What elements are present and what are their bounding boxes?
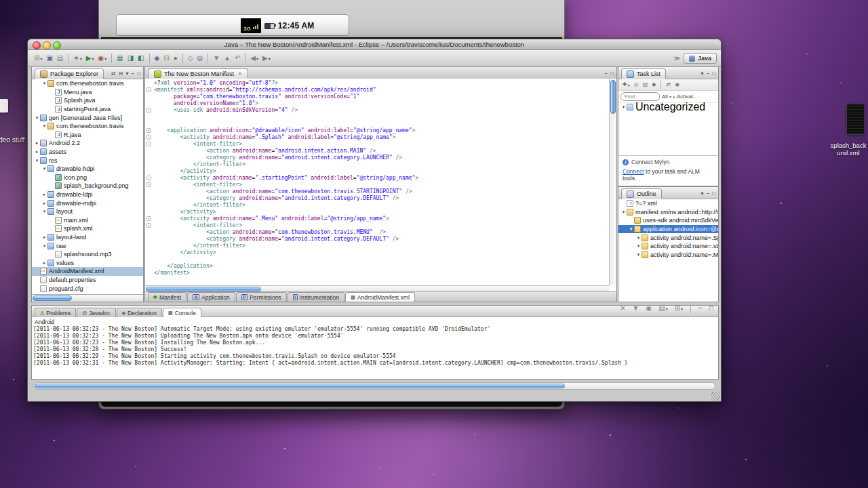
code-line[interactable]: </intent-filter> bbox=[145, 243, 609, 249]
minimize-view-button[interactable]: − bbox=[706, 70, 709, 77]
tree-item-r-java[interactable]: R.java bbox=[32, 131, 143, 140]
code-line[interactable]: </manifest> bbox=[145, 270, 609, 277]
code-line[interactable]: <category android:name="android.intent.c… bbox=[145, 195, 609, 202]
code-line[interactable]: </activity> bbox=[145, 209, 609, 216]
view-menu-button[interactable]: ▾ bbox=[701, 190, 703, 197]
tree-item-menu-java[interactable]: Menu.java bbox=[32, 88, 143, 97]
minimize-view-button[interactable]: − bbox=[131, 70, 134, 77]
tab-problems[interactable]: ⚠Problems bbox=[35, 308, 76, 317]
code-line[interactable]: - <activity android:name=".Menu" android… bbox=[145, 216, 609, 222]
minimize-view-button[interactable]: − bbox=[706, 190, 709, 197]
code-line[interactable] bbox=[145, 121, 609, 127]
view-menu-button[interactable]: ▾ bbox=[701, 70, 703, 77]
fold-marker[interactable]: - bbox=[146, 135, 151, 140]
scrollbar-thumb[interactable] bbox=[146, 287, 261, 291]
console-hscrollbar[interactable] bbox=[33, 382, 715, 390]
code-line[interactable] bbox=[145, 114, 609, 121]
clear-console-button[interactable]: ✕ bbox=[618, 302, 627, 314]
manifest-tab-androidmanifest-xml[interactable]: ▤AndroidManifest.xml bbox=[345, 292, 415, 302]
window-zoom-button[interactable] bbox=[53, 41, 61, 49]
code-line[interactable]: <?xml version="1.0" encoding="utf-8"?> bbox=[145, 80, 609, 87]
new-java-project-button[interactable]: ◆ bbox=[153, 52, 161, 64]
code-line[interactable]: - <intent-filter> bbox=[145, 182, 609, 188]
tree-item-proguard-cfg[interactable]: proguard.cfg bbox=[32, 284, 143, 293]
outline-tab[interactable]: Outline bbox=[621, 188, 662, 199]
outline-item-application-android-icon-dr[interactable]: ▾application android:icon=@dr... bbox=[618, 225, 718, 234]
tree-item-default-properties[interactable]: default.properties bbox=[32, 276, 143, 285]
new-wizard-button[interactable]: ⊞▾ bbox=[33, 52, 43, 64]
task-category-uncategorized[interactable]: ▾ Uncategorized bbox=[618, 103, 718, 112]
tree-item-androidmanifest-xml[interactable]: AndroidManifest.xml bbox=[32, 267, 143, 276]
code-line[interactable]: </intent-filter> bbox=[145, 202, 609, 209]
minimize-editor-button[interactable]: − bbox=[604, 70, 608, 77]
tree-item-raw[interactable]: ▾raw bbox=[32, 241, 143, 250]
disclosure-triangle[interactable]: ▸ bbox=[41, 260, 47, 266]
fold-marker[interactable]: - bbox=[146, 216, 151, 221]
task-find-input[interactable] bbox=[620, 92, 660, 101]
tree-item-layout[interactable]: ▾layout bbox=[32, 207, 143, 216]
maximize-view-button[interactable]: □ bbox=[712, 190, 715, 197]
outline-item-xml[interactable]: ?=? xml bbox=[618, 199, 718, 208]
java-perspective-button[interactable]: Java bbox=[684, 53, 717, 64]
code-line[interactable]: <action android:name="com.thenewboston.t… bbox=[145, 229, 609, 236]
android-sdk-manager-button[interactable]: ◨ bbox=[126, 52, 135, 64]
code-line[interactable]: -<manifest xmlns:android="http://schemas… bbox=[145, 87, 609, 94]
disclosure-triangle[interactable]: ▸ bbox=[34, 140, 40, 146]
disclosure-triangle[interactable]: ▾ bbox=[41, 243, 47, 249]
tree-item-drawable-mdpi[interactable]: ▸drawable-mdpi bbox=[32, 199, 143, 207]
tree-item-splashsound-mp3[interactable]: splashsound.mp3 bbox=[32, 250, 143, 259]
xml-code-editor[interactable]: <?xml version="1.0" encoding="utf-8"?>-<… bbox=[145, 79, 609, 285]
code-line[interactable]: <category android:name="android.intent.c… bbox=[145, 155, 609, 161]
group-by-button[interactable]: ▤ bbox=[642, 81, 650, 89]
tree-item-layout-land[interactable]: ▸layout-land bbox=[32, 233, 143, 242]
package-explorer-hscrollbar[interactable] bbox=[32, 294, 143, 302]
fold-marker[interactable]: - bbox=[146, 182, 151, 187]
manifest-tab-permissions[interactable]: PPermissions bbox=[236, 292, 287, 302]
maximize-view-button[interactable]: □ bbox=[712, 70, 715, 77]
display-selected-console-button[interactable]: ▤▾ bbox=[657, 302, 669, 314]
code-line[interactable]: </application> bbox=[145, 263, 609, 270]
disclosure-triangle[interactable]: ▾ bbox=[635, 243, 642, 249]
desktop-icon-splash-background-file[interactable] bbox=[846, 104, 865, 135]
disclosure-triangle[interactable]: ▾ bbox=[34, 115, 40, 121]
scrollbar-thumb[interactable] bbox=[33, 296, 72, 301]
minimize-view-button[interactable]: − bbox=[697, 302, 704, 314]
maximize-editor-button[interactable]: □ bbox=[610, 70, 614, 77]
outline-item-uses-sdk-android-minsdkversio[interactable]: uses-sdk android:minSdkVersio... bbox=[618, 216, 718, 225]
code-line[interactable]: </intent-filter> bbox=[145, 161, 609, 168]
filter-tasks-button[interactable]: ◆ bbox=[650, 81, 657, 89]
disclosure-triangle[interactable]: ▸ bbox=[41, 201, 47, 206]
scrollbar-thumb[interactable] bbox=[35, 384, 565, 388]
tree-item-assets[interactable]: ▸assets bbox=[32, 148, 143, 157]
code-line[interactable]: - <intent-filter> bbox=[145, 141, 609, 148]
tree-item-values[interactable]: ▸values bbox=[32, 258, 143, 267]
pin-console-button[interactable]: ◉ bbox=[645, 302, 654, 314]
code-line[interactable]: </activity> bbox=[145, 168, 609, 175]
disclosure-triangle[interactable]: ▸ bbox=[41, 235, 47, 240]
maximize-view-button[interactable]: □ bbox=[137, 70, 140, 77]
tree-item-splash-background-png[interactable]: splash_background.png bbox=[32, 182, 143, 190]
link-with-editor-button[interactable]: ⇄ bbox=[111, 70, 116, 77]
back-button[interactable]: ◀▾ bbox=[249, 52, 260, 64]
forward-button[interactable]: ▶▾ bbox=[261, 52, 272, 64]
tree-item-drawable-ldpi[interactable]: ▸drawable-ldpi bbox=[32, 190, 143, 199]
tree-item-android-2-2[interactable]: ▸Android 2.2 bbox=[32, 139, 143, 148]
code-line[interactable]: <category android:name="android.intent.c… bbox=[145, 236, 609, 243]
new-android-project-button[interactable]: ▦ bbox=[115, 52, 124, 64]
tree-item-drawable-hdpi[interactable]: ▾drawable-hdpi bbox=[32, 165, 143, 174]
code-line[interactable] bbox=[145, 256, 609, 263]
task-focus-button[interactable]: ◉ bbox=[673, 81, 681, 89]
editor-vscrollbar[interactable] bbox=[609, 79, 616, 285]
open-type-button[interactable]: ◇ bbox=[186, 52, 195, 64]
disclosure-triangle[interactable]: ▾ bbox=[635, 252, 642, 258]
editor-tab-the-new-boston-manifest[interactable]: The New Boston Manifest ✕ bbox=[148, 68, 248, 79]
tab-javadoc[interactable]: @Javadoc bbox=[77, 308, 116, 317]
code-line[interactable]: package="com.thenewboston.travis" androi… bbox=[145, 94, 609, 100]
outline-item-activity-android-name-sta[interactable]: ▾activity android:name=.sta... bbox=[618, 242, 718, 251]
hide-completed-tasks-button[interactable]: ◎ bbox=[633, 81, 640, 89]
new-package-button[interactable]: ⊟ bbox=[162, 52, 170, 64]
code-line[interactable]: - <activity android:name=".startingPoint… bbox=[145, 175, 609, 182]
window-close-button[interactable] bbox=[33, 41, 41, 49]
tree-item-startingpoint-java[interactable]: startingPoint.java bbox=[32, 105, 143, 114]
fold-marker[interactable]: - bbox=[146, 128, 151, 133]
